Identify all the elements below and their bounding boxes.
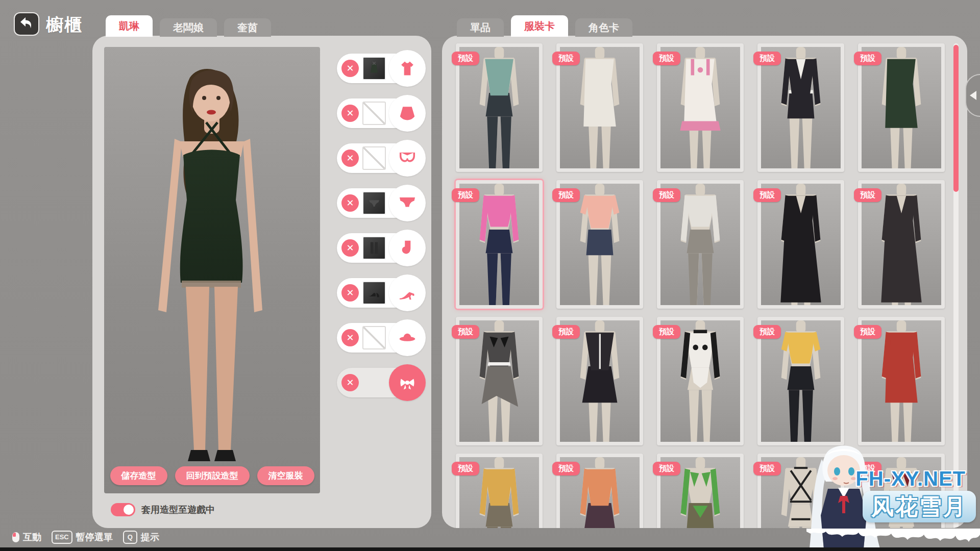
tab-category-單品[interactable]: 單品: [457, 18, 504, 37]
preset-badge: 預設: [653, 462, 680, 475]
outfit-card[interactable]: 預設: [757, 43, 844, 172]
outfit-card[interactable]: 預設: [757, 317, 844, 445]
heels-icon[interactable]: [389, 274, 426, 311]
toggle-knob: [124, 505, 134, 515]
slot-thumbnail-dark-stockings[interactable]: [362, 236, 386, 260]
outfit-card[interactable]: 預設: [858, 317, 945, 445]
stockings-icon[interactable]: [389, 230, 426, 266]
hotkey-hint-暫停選單: ESC暫停選單: [52, 531, 113, 544]
preset-badge: 預設: [854, 52, 881, 65]
hint-label: 提示: [141, 531, 159, 543]
remove-item-button[interactable]: ✕: [341, 374, 359, 391]
outfit-card[interactable]: 預設: [556, 43, 643, 172]
preset-badge: 預設: [452, 188, 479, 202]
grid-scrollbar-thumb[interactable]: [953, 45, 959, 192]
action-button-回到預設造型[interactable]: 回到預設造型: [175, 466, 250, 485]
clothing-slot-bra: ✕: [337, 143, 425, 173]
outfit-card[interactable]: 預設: [657, 180, 744, 309]
collapse-panel-tab[interactable]: [965, 74, 980, 117]
back-button[interactable]: [14, 12, 39, 36]
outfit-card[interactable]: 預設: [858, 454, 945, 528]
clothing-slot-bow: ✕: [337, 368, 425, 397]
tab-category-服裝卡[interactable]: 服裝卡: [511, 15, 568, 37]
outfit-card[interactable]: 預設: [858, 180, 945, 309]
clothing-slot-panties: ✕: [337, 188, 425, 218]
outfit-card[interactable]: 預設: [456, 317, 543, 445]
preview-actions: 儲存造型回到預設造型清空服裝: [104, 466, 320, 485]
tshirt-icon[interactable]: [389, 50, 426, 87]
preset-badge: 預設: [753, 188, 781, 202]
slot-thumbnail-empty[interactable]: [362, 146, 386, 170]
remove-item-button[interactable]: ✕: [341, 194, 359, 212]
outfit-card[interactable]: 預設: [456, 180, 543, 309]
tab-category-角色卡[interactable]: 角色卡: [575, 18, 632, 37]
outfit-card[interactable]: 預設: [556, 317, 643, 445]
panties-icon[interactable]: [389, 185, 426, 221]
bra-icon[interactable]: [389, 140, 426, 177]
clothing-slot-stockings: ✕: [337, 233, 425, 263]
remove-item-button[interactable]: ✕: [341, 60, 359, 77]
apply-toggle-label: 套用造型至遊戲中: [141, 504, 215, 516]
character-preview: 儲存造型回到預設造型清空服裝: [104, 47, 320, 493]
preset-badge: 預設: [452, 52, 479, 65]
outfit-card[interactable]: 預設: [556, 454, 643, 528]
outfit-card-panel: 預設 預設 預設 預設 預設 預設 預設 預設 預設 預設 預設 預設 預設 預…: [442, 36, 967, 528]
mouse-icon: [12, 532, 19, 542]
clothing-slot-tshirt: ✕: [337, 54, 425, 83]
action-button-清空服裝[interactable]: 清空服裝: [257, 466, 314, 485]
character-tabs: 凱琳老闆娘奎茵: [106, 15, 271, 37]
back-arrow-icon: [19, 16, 34, 32]
remove-item-button[interactable]: ✕: [341, 149, 359, 167]
preset-badge: 預設: [452, 325, 479, 339]
preset-badge: 預設: [552, 462, 580, 475]
remove-item-button[interactable]: ✕: [341, 239, 359, 257]
apply-toggle-row: 套用造型至遊戲中: [111, 503, 215, 516]
preset-badge: 預設: [653, 188, 680, 202]
page-title: 櫥櫃: [46, 13, 83, 37]
clothing-slot-heels: ✕: [337, 278, 425, 308]
outfit-grid: 預設 預設 預設 預設 預設 預設 預設 預設 預設 預設 預設 預設 預設 預…: [456, 43, 945, 528]
preset-badge: 預設: [552, 188, 580, 202]
apply-toggle[interactable]: [111, 503, 135, 516]
bow-icon[interactable]: [389, 364, 426, 401]
outfit-card[interactable]: 預設: [456, 43, 543, 172]
outfit-card[interactable]: 預設: [858, 43, 945, 172]
slot-thumbnail-dark-green-top[interactable]: [362, 57, 386, 80]
grid-scrollbar-track[interactable]: [953, 43, 959, 528]
hat-icon[interactable]: [389, 319, 426, 356]
hotkey-hint-提示: Q提示: [123, 531, 159, 544]
preset-badge: 預設: [753, 462, 781, 475]
hotkey-hint-互動: 互動: [12, 531, 41, 543]
remove-item-button[interactable]: ✕: [341, 105, 359, 122]
preset-badge: 預設: [854, 188, 881, 202]
character-render: [104, 47, 320, 493]
outfit-card[interactable]: 預設: [757, 454, 844, 528]
preset-badge: 預設: [552, 325, 580, 339]
remove-item-button[interactable]: ✕: [341, 329, 359, 346]
remove-item-button[interactable]: ✕: [341, 284, 359, 302]
hint-label: 暫停選單: [76, 531, 113, 543]
outfit-card[interactable]: 預設: [556, 180, 643, 309]
hotkey-bar: 互動ESC暫停選單Q提示: [12, 531, 159, 544]
preset-badge: 預設: [552, 52, 580, 65]
outfit-card[interactable]: 預設: [657, 454, 744, 528]
skirt-icon[interactable]: [389, 95, 426, 132]
outfit-card[interactable]: 預設: [456, 454, 543, 528]
slot-thumbnail-empty[interactable]: [362, 102, 386, 125]
preset-badge: 預設: [854, 462, 881, 475]
hint-label: 互動: [23, 531, 41, 543]
slot-thumbnail-black-heels[interactable]: [362, 281, 386, 305]
preset-badge: 預設: [452, 462, 479, 475]
slot-thumbnail-dark-lace-panties[interactable]: [362, 191, 386, 215]
action-button-儲存造型[interactable]: 儲存造型: [110, 466, 167, 485]
outfit-card[interactable]: 預設: [757, 180, 844, 309]
clothing-slot-hat: ✕: [337, 323, 425, 353]
outfit-card[interactable]: 預設: [657, 317, 744, 445]
tab-character-奎茵[interactable]: 奎茵: [224, 18, 271, 37]
keycap-Q: Q: [123, 531, 137, 544]
tab-character-凱琳[interactable]: 凱琳: [106, 15, 153, 37]
wardrobe-screen: 櫥櫃 凱琳老闆娘奎茵 單品服裝卡角色卡: [0, 0, 980, 551]
tab-character-老闆娘[interactable]: 老闆娘: [160, 18, 217, 37]
slot-thumbnail-empty[interactable]: [362, 326, 386, 349]
outfit-card[interactable]: 預設: [657, 43, 744, 172]
